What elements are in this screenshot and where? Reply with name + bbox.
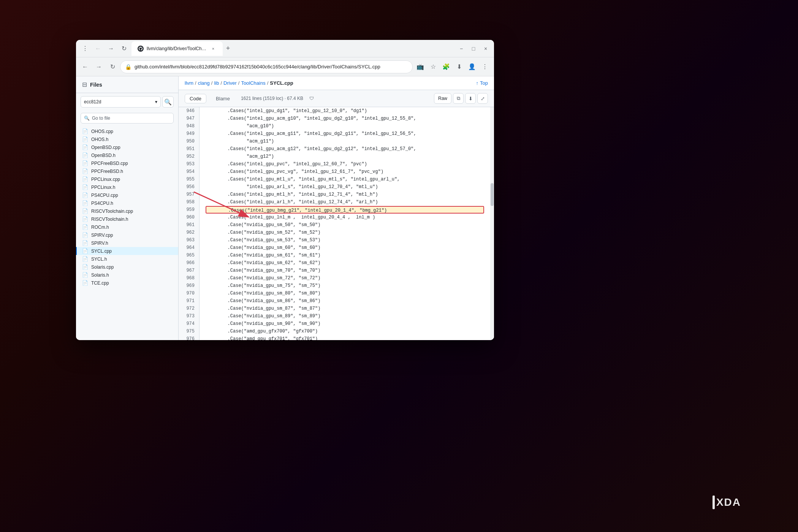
breadcrumb-llvm[interactable]: llvm [185,80,193,86]
file-item[interactable]: 📄SPIRV.cpp [76,231,178,239]
reload-button[interactable]: ↻ [118,43,130,55]
raw-button[interactable]: Raw [434,93,451,104]
file-icon: 📄 [82,280,88,286]
file-item[interactable]: 📄OHOS.cpp [76,127,178,135]
line-number: 955 [183,176,195,183]
new-tab-button[interactable]: + [223,43,233,54]
sidebar-toggle-button[interactable]: ⊟ [82,81,87,88]
code-toolbar: Code Blame 1621 lines (1519 loc) · 67.4 … [179,90,494,107]
file-item[interactable]: 📄PS4CPU.h [76,199,178,207]
title-bar: ⋮ ← → ↻ llvm/clang/lib/Driver/ToolChain.… [76,40,494,57]
top-label: Top [480,80,488,86]
download-icon[interactable]: ⬇ [453,61,465,73]
file-item[interactable]: 📄OHOS.h [76,135,178,143]
cast-icon[interactable]: 📺 [414,61,426,73]
addr-back-button[interactable]: ← [79,61,91,73]
file-item[interactable]: 📄PPCFreeBSD.h [76,167,178,175]
branch-selector[interactable]: ecc812d ▾ [81,96,161,108]
code-line: .Cases("intel_gpu_mtl_h", "intel_gpu_12_… [206,191,484,198]
code-line: .Case("nvidia_gpu_sm_61", "sm_61") [206,252,484,259]
line-number: 959 [183,206,195,214]
sidebar-title: Files [90,82,102,88]
bookmark-icon[interactable]: ☆ [427,61,439,73]
go-to-file-input[interactable]: 🔍 Go to file [81,113,174,124]
tab-list-button[interactable]: ⋮ [79,43,91,55]
breadcrumb-driver[interactable]: Driver [223,80,237,86]
file-item[interactable]: 📄SYCL.cpp [76,247,178,255]
code-line: .Cases("intel_gpu_bmg_g21", "intel_gpu_2… [206,206,484,214]
file-item[interactable]: 📄TCE.cpp [76,279,178,287]
line-number: 950 [183,138,195,145]
vertical-scrollbar[interactable] [490,107,494,340]
file-item[interactable]: 📄SPIRV.h [76,239,178,247]
file-item[interactable]: 📄Solaris.cpp [76,263,178,271]
top-link[interactable]: ↑ Top [476,80,488,86]
file-icon: 📄 [82,184,88,190]
blame-tab[interactable]: Blame [211,94,235,103]
close-button[interactable]: × [480,43,491,54]
file-icon: 📄 [82,128,88,134]
menu-icon[interactable]: ⋮ [479,61,491,73]
code-line: .Case("nvidia_gpu_sm_60", "sm_60") [206,244,484,252]
line-number: 973 [183,312,195,320]
security-icon: 🛡 [309,96,314,101]
line-number: 968 [183,274,195,282]
code-line: .Case("nvidia_gpu_sm_90", "sm_90") [206,320,484,328]
extensions-icon[interactable]: 🧩 [440,61,452,73]
browser-window: ⋮ ← → ↻ llvm/clang/lib/Driver/ToolChain.… [76,40,494,340]
addr-forward-button[interactable]: → [93,61,105,73]
breadcrumb-toolchains[interactable]: ToolChains [241,80,265,86]
browser-toolbar-icons: 📺 ☆ 🧩 ⬇ 👤 ⋮ [414,61,491,73]
file-item[interactable]: 📄Solaris.h [76,271,178,279]
scrollbar-thumb[interactable] [491,183,494,206]
code-line: .Case("amd_gpu_gfx701", "gfx701") [206,335,484,340]
tab-close-button[interactable]: × [210,45,217,52]
file-item[interactable]: 📄PPCLinux.cpp [76,175,178,183]
file-item[interactable]: 📄SYCL.h [76,255,178,263]
github-favicon [138,46,144,52]
minimize-button[interactable]: − [456,43,467,54]
back-button[interactable]: ← [92,43,104,55]
line-number: 949 [183,130,195,138]
file-icon: 📄 [82,256,88,262]
file-item[interactable]: 📄PPCLinux.h [76,183,178,191]
file-icon: 📄 [82,168,88,174]
file-item[interactable]: 📄OpenBSD.h [76,151,178,159]
copy-button[interactable]: ⧉ [453,93,464,104]
download-code-button[interactable]: ⬇ [465,93,476,104]
code-line: .Cases("intel_gpu_pvc", "intel_gpu_12_60… [206,160,484,168]
address-input[interactable]: 🔒 github.com/intel/llvm/blob/ecc812d9fd7… [120,60,413,73]
file-list: 📄OHOS.cpp📄OHOS.h📄OpenBSD.cpp📄OpenBSD.h📄P… [76,126,178,340]
file-item[interactable]: 📄PPCFreeBSD.cpp [76,159,178,167]
file-search-button[interactable]: 🔍 [162,96,174,108]
profile-icon[interactable]: 👤 [466,61,478,73]
line-number: 967 [183,267,195,274]
active-tab[interactable]: llvm/clang/lib/Driver/ToolChain... × [131,41,223,56]
code-line: .Case("nvidia_gpu_sm_70", "sm_70") [206,267,484,274]
code-tab[interactable]: Code [185,94,206,103]
maximize-button[interactable]: □ [468,43,479,54]
line-number: 969 [183,282,195,290]
file-item[interactable]: 📄PS4CPU.cpp [76,191,178,199]
line-number: 963 [183,236,195,244]
fullscreen-button[interactable]: ⤢ [477,93,488,104]
file-name: RISCVToolchain.h [91,217,128,222]
line-number: 958 [183,198,195,206]
code-line: "intel_gpu_arl_s", "intel_gpu_12_70_4", … [206,183,484,191]
code-line: .Case("nvidia_gpu_sm_80", "sm_80") [206,290,484,297]
breadcrumb-lib[interactable]: lib [214,80,219,86]
code-view: 9469479489499509519529539549559569579589… [179,107,494,340]
file-item[interactable]: 📄RISCVToolchain.cpp [76,207,178,215]
breadcrumb-clang[interactable]: clang [198,80,210,86]
branch-dropdown-icon: ▾ [155,99,157,104]
file-icon: 📄 [82,224,88,230]
file-item[interactable]: 📄RISCVToolchain.h [76,215,178,223]
line-number: 957 [183,191,195,198]
forward-button[interactable]: → [105,43,117,55]
file-item[interactable]: 📄ROCm.h [76,223,178,231]
file-item[interactable]: 📄OpenBSD.cpp [76,143,178,151]
addr-reload-button[interactable]: ↻ [106,61,119,73]
file-icon: 📄 [82,216,88,222]
file-name: TCE.cpp [91,280,109,286]
line-number: 966 [183,259,195,267]
